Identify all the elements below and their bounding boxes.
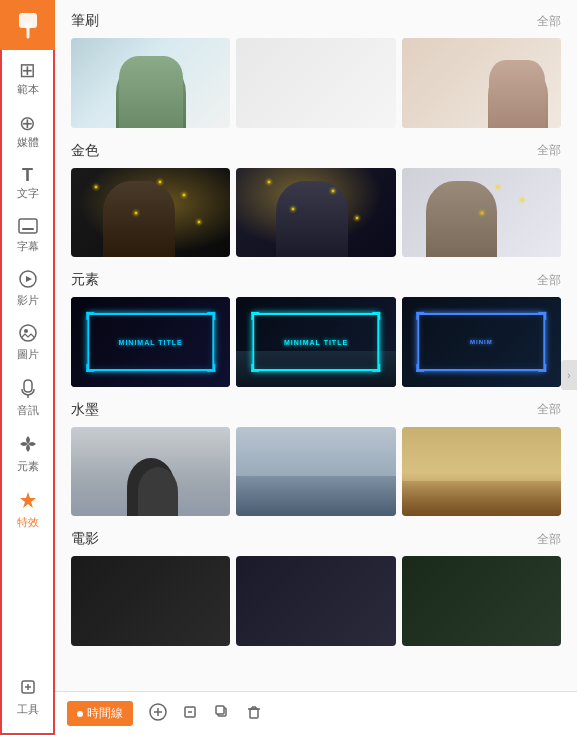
brush-thumb-3[interactable] (402, 38, 561, 128)
cinema-section-all[interactable]: 全部 (537, 531, 561, 548)
elements-thumb-3[interactable]: MINIM (402, 297, 561, 387)
ink-thumb-2[interactable] (236, 427, 395, 517)
duplicate-button[interactable] (213, 703, 231, 725)
sidebar-item-video[interactable]: 影片 (2, 262, 53, 316)
trim-button[interactable] (181, 703, 199, 725)
brush-section-header: 筆刷 全部 (71, 12, 561, 30)
sidebar-item-effects[interactable]: 特效 (2, 482, 53, 538)
add-clip-button[interactable] (149, 703, 167, 725)
sidebar: ⊞ 範本 ⊕ 媒體 T 文字 字幕 影片 (0, 0, 55, 735)
svg-rect-19 (250, 709, 258, 718)
brush-thumbnails (71, 38, 561, 128)
sidebar-item-audio[interactable]: 音訊 (2, 370, 53, 426)
brush-thumb-2[interactable] (236, 38, 395, 128)
main-content: 筆刷 全部 金色 全部 (55, 0, 577, 735)
app-logo (0, 0, 55, 50)
delete-button[interactable] (245, 703, 263, 725)
neon-title-3: MINIM (470, 339, 493, 345)
subtitle-icon (18, 217, 38, 237)
gold-section-all[interactable]: 全部 (537, 142, 561, 159)
gold-thumbnails (71, 168, 561, 258)
elements-thumb-1[interactable]: MINIMAL TITLE (71, 297, 230, 387)
svg-point-0 (24, 21, 32, 29)
cinema-section-header: 電影 全部 (71, 530, 561, 548)
sidebar-item-elements[interactable]: 元素 (2, 426, 53, 482)
bottom-toolbar: 時間線 (55, 691, 577, 735)
image-icon (18, 324, 38, 345)
cinema-thumb-3[interactable] (402, 556, 561, 646)
ink-section-title: 水墨 (71, 401, 99, 419)
elements-section-title: 元素 (71, 271, 99, 289)
ink-thumbnails (71, 427, 561, 517)
svg-marker-4 (26, 276, 32, 282)
elements-section-all[interactable]: 全部 (537, 272, 561, 289)
gold-thumb-2[interactable] (236, 168, 395, 258)
video-icon (18, 270, 38, 291)
sidebar-label-subtitle: 字幕 (17, 239, 39, 254)
sidebar-bottom: 工具 (17, 669, 39, 733)
elements-thumb-2[interactable]: MINIMAL TITLE (236, 297, 395, 387)
sidebar-item-image[interactable]: 圖片 (2, 316, 53, 370)
cinema-thumb-2[interactable] (236, 556, 395, 646)
template-icon: ⊞ (19, 60, 36, 80)
sidebar-label-media: 媒體 (17, 135, 39, 150)
sidebar-item-tools[interactable]: 工具 (17, 669, 39, 725)
sidebar-label-audio: 音訊 (17, 403, 39, 418)
neon-title-2: MINIMAL TITLE (284, 339, 348, 346)
elements-section-header: 元素 全部 (71, 271, 561, 289)
ink-thumb-3[interactable] (402, 427, 561, 517)
neon-title-1: MINIMAL TITLE (119, 339, 183, 346)
svg-rect-1 (19, 219, 37, 233)
media-icon: ⊕ (19, 113, 36, 133)
brush-section-all[interactable]: 全部 (537, 13, 561, 30)
ink-section-header: 水墨 全部 (71, 401, 561, 419)
toolbar-icons (149, 703, 263, 725)
scroll-right-indicator[interactable]: › (561, 360, 577, 390)
sidebar-label-elements: 元素 (17, 459, 39, 474)
svg-rect-2 (22, 228, 34, 230)
sidebar-item-template[interactable]: ⊞ 範本 (2, 52, 53, 105)
tools-icon (18, 677, 38, 700)
gold-thumb-3[interactable] (402, 168, 561, 258)
elements-section: 元素 全部 MINIMAL TITLE (71, 271, 561, 387)
timeline-tab[interactable]: 時間線 (67, 701, 133, 726)
ink-thumb-1[interactable] (71, 427, 230, 517)
sidebar-label-image: 圖片 (17, 347, 39, 362)
sidebar-item-text[interactable]: T 文字 (2, 158, 53, 209)
brush-thumb-1[interactable] (71, 38, 230, 128)
ink-section: 水墨 全部 (71, 401, 561, 517)
timeline-label: 時間線 (87, 705, 123, 722)
sidebar-label-effects: 特效 (17, 515, 39, 530)
brush-section-title: 筆刷 (71, 12, 99, 30)
svg-point-6 (24, 329, 28, 333)
timeline-dot (77, 711, 83, 717)
ink-section-all[interactable]: 全部 (537, 401, 561, 418)
gold-section: 金色 全部 (71, 142, 561, 258)
sidebar-label-tools: 工具 (17, 702, 39, 717)
text-icon: T (22, 166, 33, 184)
effects-icon (18, 490, 38, 513)
gold-section-title: 金色 (71, 142, 99, 160)
cinema-thumb-1[interactable] (71, 556, 230, 646)
sidebar-label-video: 影片 (17, 293, 39, 308)
sidebar-item-media[interactable]: ⊕ 媒體 (2, 105, 53, 158)
audio-icon (19, 378, 37, 401)
cinema-section-title: 電影 (71, 530, 99, 548)
sidebar-label-text: 文字 (17, 186, 39, 201)
elements-icon (18, 434, 38, 457)
sidebar-label-template: 範本 (17, 82, 39, 97)
gold-thumb-1[interactable] (71, 168, 230, 258)
brush-section: 筆刷 全部 (71, 12, 561, 128)
svg-point-5 (20, 325, 36, 341)
svg-marker-8 (20, 492, 36, 508)
cinema-section: 電影 全部 (71, 530, 561, 646)
gold-section-header: 金色 全部 (71, 142, 561, 160)
cinema-thumbnails (71, 556, 561, 646)
sidebar-item-subtitle[interactable]: 字幕 (2, 209, 53, 262)
svg-rect-18 (216, 706, 224, 714)
elements-thumbnails: MINIMAL TITLE MINIMAL TITLE (71, 297, 561, 387)
